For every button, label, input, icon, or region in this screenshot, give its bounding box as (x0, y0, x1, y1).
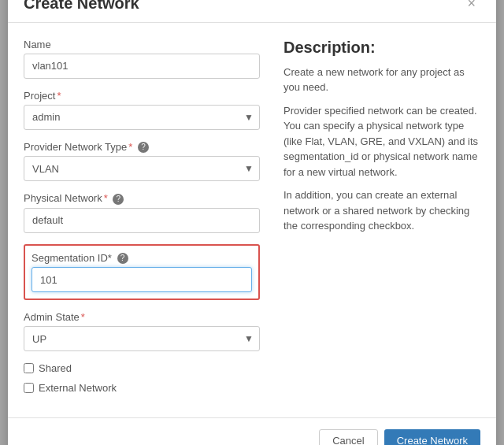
admin-state-required: * (81, 311, 85, 323)
modal-overlay: Create Network × Name Project* admin (0, 0, 504, 445)
name-label: Name (24, 39, 260, 50)
shared-checkbox-group: Shared (24, 362, 260, 374)
description-para-2: Provider specified network can be create… (284, 103, 480, 180)
physical-network-group: Physical Network* ? (24, 192, 260, 233)
close-button[interactable]: × (462, 0, 480, 12)
shared-label[interactable]: Shared (39, 362, 72, 374)
segmentation-id-group: Segmentation ID* ? (24, 244, 260, 301)
create-network-button[interactable]: Create Network (384, 429, 480, 445)
modal-header: Create Network × (8, 0, 496, 23)
project-required: * (57, 90, 61, 102)
name-input[interactable] (24, 54, 260, 79)
physical-network-input[interactable] (24, 208, 260, 233)
admin-state-select-wrapper: UP DOWN ▼ (24, 326, 260, 351)
name-group: Name (24, 39, 260, 79)
segmentation-id-label: Segmentation ID* ? (32, 252, 252, 265)
shared-checkbox[interactable] (24, 363, 34, 373)
provider-type-select[interactable]: VLAN (24, 156, 260, 181)
admin-state-group: Admin State* UP DOWN ▼ (24, 311, 260, 351)
description-para-1: Create a new network for any project as … (284, 65, 480, 95)
description-section: Description: Create a new network for an… (276, 39, 480, 402)
description-title: Description: (284, 39, 480, 57)
physical-network-help-icon[interactable]: ? (113, 194, 124, 205)
provider-type-group: Provider Network Type* ? VLAN ▼ (24, 141, 260, 182)
modal-title: Create Network (24, 0, 139, 13)
admin-state-label: Admin State* (24, 311, 260, 323)
external-network-label[interactable]: External Network (39, 382, 117, 394)
form-section: Name Project* admin ▼ (24, 39, 260, 402)
modal-dialog: Create Network × Name Project* admin (8, 0, 496, 445)
external-network-checkbox[interactable] (24, 383, 34, 393)
project-select[interactable]: admin (24, 105, 260, 130)
provider-type-select-wrapper: VLAN ▼ (24, 156, 260, 181)
project-label: Project* (24, 90, 260, 102)
modal-footer: Cancel Create Network (8, 417, 496, 445)
external-network-checkbox-group: External Network (24, 382, 260, 394)
provider-type-required: * (128, 141, 132, 153)
physical-network-label: Physical Network* ? (24, 192, 260, 205)
provider-type-help-icon[interactable]: ? (138, 142, 149, 153)
physical-network-required: * (104, 192, 108, 204)
segmentation-id-input[interactable] (32, 267, 252, 292)
provider-type-label: Provider Network Type* ? (24, 141, 260, 154)
cancel-button[interactable]: Cancel (319, 429, 377, 445)
modal-body: Name Project* admin ▼ (8, 23, 496, 418)
project-select-wrapper: admin ▼ (24, 105, 260, 130)
segmentation-id-help-icon[interactable]: ? (117, 253, 128, 264)
project-group: Project* admin ▼ (24, 90, 260, 130)
admin-state-select[interactable]: UP DOWN (24, 326, 260, 351)
description-para-3: In addition, you can create an external … (284, 187, 480, 234)
segmentation-id-required: * (108, 252, 112, 264)
